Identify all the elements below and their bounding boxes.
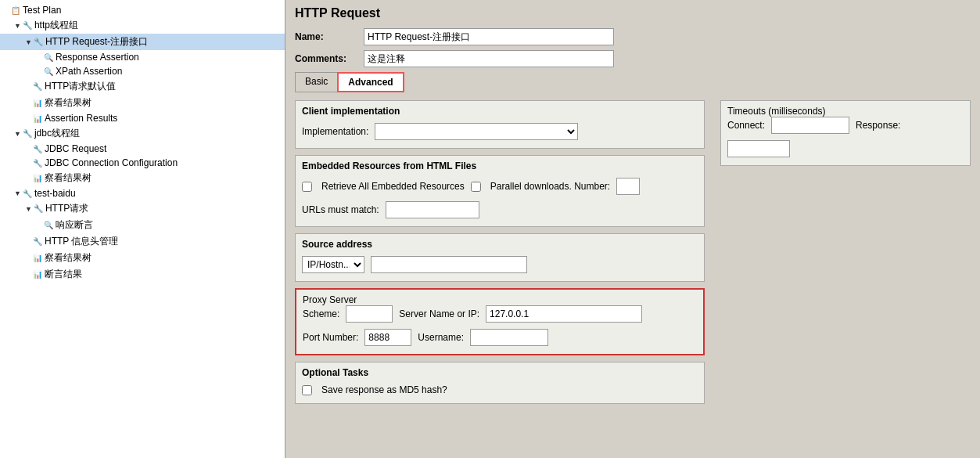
tree-item-label: HTTP Request-注册接口 — [45, 35, 148, 49]
source-address-input[interactable] — [371, 256, 527, 273]
source-type-select[interactable]: IP/Hostn... IP/Hostname Device Device IP… — [302, 256, 364, 273]
tabs-bar: Basic Advanced — [295, 72, 971, 92]
tree-item-label: 察看结果树 — [45, 251, 92, 265]
timeouts-section: Timeouts (milliseconds) Connect: Respons… — [720, 100, 971, 166]
tree-item-test-baidu[interactable]: ▼ 🔧 test-baidu — [0, 186, 285, 200]
impl-label: Implementation: — [302, 126, 368, 137]
tree-item-icon: 🔧 — [33, 159, 42, 168]
embedded-resources-title: Embedded Resources from HTML Files — [302, 160, 698, 171]
tree-item-icon: 🔧 — [34, 204, 43, 213]
tree-item-label: 断言结果 — [45, 268, 82, 281]
tree-item-label: 察看结果树 — [45, 96, 92, 110]
parallel-checkbox[interactable] — [471, 182, 481, 192]
proxy-port-input[interactable] — [364, 329, 411, 346]
source-address-section: Source address IP/Hostn... IP/Hostname D… — [295, 233, 705, 282]
proxy-server-input[interactable] — [486, 305, 642, 323]
tree-item-jdbc-thread-group[interactable]: ▼ 🔧 jdbc线程组 — [0, 125, 285, 142]
connect-label: Connect: — [727, 120, 765, 131]
tree-item-http-request-register[interactable]: ▼ 🔧 HTTP Request-注册接口 — [0, 34, 285, 50]
tree-item-icon: 🔧 — [33, 237, 42, 246]
tree-item-label: JDBC Connection Configuration — [45, 157, 178, 168]
tree-item-view-results-tree-2[interactable]: 📊 察看结果树 — [0, 170, 285, 186]
tree-item-icon: 🔧 — [23, 189, 32, 198]
client-impl-section: Client implementation Implementation: Ht… — [295, 100, 705, 149]
name-input[interactable] — [364, 28, 614, 45]
tree-item-label: HTTP请求 — [45, 202, 88, 215]
right-panel: HTTP Request Name: Comments: Basic Advan… — [285, 0, 980, 458]
tree-item-xpath-assertion[interactable]: 🔍 XPath Assertion — [0, 64, 285, 78]
tree-item-http-header-mgr[interactable]: 🔧 HTTP 信息头管理 — [0, 233, 285, 250]
arrow-icon: ▼ — [14, 189, 21, 197]
tree-item-icon: 🔧 — [23, 129, 32, 138]
arrow-icon: ▼ — [14, 130, 21, 138]
arrow-icon: ▼ — [25, 205, 32, 213]
response-timeout-input[interactable] — [727, 140, 790, 157]
parallel-label: Parallel downloads. Number: — [490, 181, 610, 192]
proxy-username-input[interactable] — [470, 329, 548, 346]
tree-item-http-thread-group[interactable]: ▼ 🔧 http线程组 — [0, 17, 285, 34]
name-label: Name: — [295, 31, 357, 42]
urls-must-match-input[interactable] — [386, 201, 479, 218]
parallel-number-input[interactable] — [616, 178, 640, 195]
tab-advanced[interactable]: Advanced — [337, 72, 404, 92]
save-md5-checkbox[interactable] — [302, 385, 312, 395]
tree-item-http-default[interactable]: 🔧 HTTP请求默认值 — [0, 78, 285, 95]
tree-item-icon: 🔍 — [44, 53, 53, 62]
retrieve-checkbox[interactable] — [302, 182, 312, 192]
proxy-server-title: Proxy Server — [303, 294, 697, 305]
tree-item-icon: 📊 — [33, 174, 42, 182]
tree-item-label: jdbc线程组 — [34, 127, 80, 140]
optional-tasks-title: Optional Tasks — [302, 367, 698, 378]
server-label: Server Name or IP: — [399, 308, 479, 319]
tree-item-icon: 📋 — [11, 6, 20, 15]
connect-timeout-input[interactable] — [771, 117, 849, 134]
tree-item-jdbc-connection[interactable]: 🔧 JDBC Connection Configuration — [0, 156, 285, 170]
save-md5-label: Save response as MD5 hash? — [321, 384, 447, 395]
tree-item-label: test-baidu — [34, 188, 76, 199]
tree-item-http-request-baidu[interactable]: ▼ 🔧 HTTP请求 — [0, 200, 285, 217]
tree-item-icon: 🔧 — [33, 82, 42, 91]
tree-item-label: 察看结果树 — [45, 171, 92, 185]
tree-item-icon: 🔧 — [33, 145, 42, 153]
client-impl-title: Client implementation — [302, 106, 698, 117]
tree-item-label: JDBC Request — [45, 143, 106, 154]
tree-item-response-assertion[interactable]: 🔍 Response Assertion — [0, 50, 285, 64]
tree-item-view-results-tree-1[interactable]: 📊 察看结果树 — [0, 95, 285, 111]
tree-panel: 📋 Test Plan▼ 🔧 http线程组▼ 🔧 HTTP Request-注… — [0, 0, 285, 458]
tree-item-label: HTTP请求默认值 — [45, 80, 116, 93]
tree-item-icon: 📊 — [33, 254, 42, 262]
arrow-icon: ▼ — [14, 22, 21, 30]
tree-item-icon: 📊 — [33, 114, 42, 123]
source-address-title: Source address — [302, 239, 698, 250]
tree-item-test-plan[interactable]: 📋 Test Plan — [0, 3, 285, 17]
tree-item-view-results-tree-3[interactable]: 📊 察看结果树 — [0, 250, 285, 266]
tab-basic[interactable]: Basic — [295, 72, 338, 92]
tree-item-icon: 🔧 — [34, 38, 43, 46]
tree-item-label: Assertion Results — [45, 113, 117, 124]
tree-item-assertion-results[interactable]: 📊 Assertion Results — [0, 111, 285, 125]
tree-item-label: http线程组 — [34, 19, 78, 32]
tree-item-label: Response Assertion — [56, 52, 139, 63]
implementation-select[interactable]: HttpClient4 HttpClient3.1 Java — [375, 123, 578, 140]
tree-item-icon: 📊 — [33, 270, 42, 279]
arrow-icon: ▼ — [25, 38, 32, 46]
comments-input[interactable] — [364, 50, 614, 67]
comments-label: Comments: — [295, 53, 357, 64]
tree-item-label: Test Plan — [23, 5, 61, 16]
port-label: Port Number: — [303, 332, 358, 343]
tree-item-assertion-results-2[interactable]: 📊 断言结果 — [0, 266, 285, 283]
tree-item-response-断言[interactable]: 🔍 响应断言 — [0, 217, 285, 233]
scheme-input[interactable] — [346, 305, 393, 323]
tree-item-jdbc-request[interactable]: 🔧 JDBC Request — [0, 142, 285, 156]
tree-item-label: HTTP 信息头管理 — [45, 235, 118, 248]
tree-item-icon: 🔍 — [44, 67, 53, 76]
retrieve-label: Retrieve All Embedded Resources — [321, 181, 465, 192]
embedded-resources-section: Embedded Resources from HTML Files Retri… — [295, 155, 705, 227]
tree-item-icon: 🔧 — [23, 21, 32, 30]
optional-tasks-section: Optional Tasks Save response as MD5 hash… — [295, 362, 705, 404]
response-label: Response: — [856, 120, 900, 131]
proxy-server-section: Proxy Server Scheme: Server Name or IP: … — [295, 288, 705, 355]
panel-title: HTTP Request — [295, 6, 971, 20]
timeouts-title: Timeouts (milliseconds) — [727, 106, 964, 117]
tree-item-icon: 📊 — [33, 99, 42, 107]
